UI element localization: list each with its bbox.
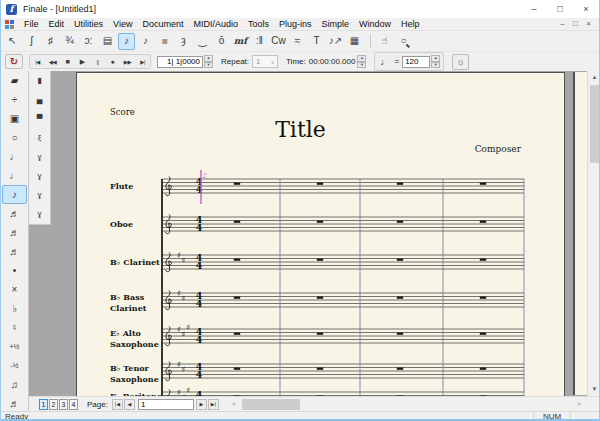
view-button-1[interactable]: 1 [39, 399, 48, 410]
tool-clef-tool[interactable]: ɔ: [80, 33, 97, 50]
palette-half-rest[interactable]: ▀ [29, 109, 50, 128]
menu-utilities[interactable]: Utilities [69, 18, 108, 30]
tool-hand-grabber-tool[interactable]: ☝ [376, 33, 393, 50]
view-button-3[interactable]: 3 [59, 399, 68, 410]
palette-half-step-down[interactable]: -½ [1, 356, 28, 375]
tool-staff-tool[interactable]: ʃ [23, 33, 40, 50]
menu-help[interactable]: Help [396, 18, 425, 30]
rewind-to-start-button[interactable]: |◀ [30, 55, 45, 68]
palette-natural[interactable]: ♮ [1, 318, 28, 337]
palette-quarter-rest[interactable]: ξ [29, 128, 50, 147]
tool-resize-tool[interactable]: ♪↗ [327, 33, 344, 50]
close-button[interactable]: × [573, 0, 599, 18]
quarter-note-icon[interactable]: ♩ [380, 57, 389, 67]
tool-articulation-tool[interactable]: ō [213, 33, 230, 50]
counter-spinner[interactable]: ▲▼ [204, 55, 213, 68]
scroll-left-arrow-icon[interactable]: < [228, 398, 240, 411]
palette-grace-note[interactable]: ♬ [1, 394, 28, 413]
first-page-button[interactable]: |◀ [112, 399, 123, 410]
horizontal-scroll-track[interactable] [240, 398, 573, 411]
fast-forward-button[interactable]: ▶▶ [120, 55, 135, 68]
palette-sixty-fourth-note[interactable]: ♬ [1, 242, 28, 261]
score-system[interactable]: 4444♯♯44♯♯44♯♯♯44♯♯44♯♯♯44♪ [77, 73, 564, 396]
child-restore-button[interactable]: □ [569, 18, 582, 30]
menu-file[interactable]: File [19, 18, 44, 30]
tool-hyperscribe-tool[interactable]: ǀǁǀ [156, 33, 173, 50]
scroll-down-arrow-icon[interactable]: ▼ [588, 383, 600, 396]
tempo-field[interactable] [402, 56, 430, 68]
tool-page-layout-tool[interactable]: ▦ [346, 33, 363, 50]
scroll-up-arrow-icon[interactable]: ▲ [588, 71, 600, 84]
palette-eraser-tool[interactable]: ▰ [1, 71, 28, 90]
palette-sixty-fourth-rest[interactable]: ɣ [29, 204, 50, 223]
palette-flat[interactable]: ♭ [1, 299, 28, 318]
palette-sixteenth-rest[interactable]: ɣ [29, 166, 50, 185]
palette-whole-rest[interactable]: ▄ [29, 90, 50, 109]
tool-repeat-tool[interactable]: :‖ [251, 33, 268, 50]
palette-half-note[interactable]: ♩ [1, 147, 28, 166]
pause-button[interactable]: || [90, 55, 105, 68]
tool-simple-entry-tool[interactable]: ♪ [118, 33, 135, 50]
tool-key-signature-tool[interactable]: ♯ [42, 33, 59, 50]
menu-document[interactable]: Document [137, 18, 188, 30]
view-button-2[interactable]: 2 [49, 399, 58, 410]
menu-tools[interactable]: Tools [243, 18, 274, 30]
tool-selection-tool[interactable]: ↖ [4, 33, 21, 50]
palette-insert-caret-tool[interactable]: ÷ [1, 90, 28, 109]
repeat-dropdown[interactable]: 1 ∨ [252, 55, 278, 68]
menu-plugins[interactable]: Plug-ins [274, 18, 317, 30]
maximize-button[interactable]: □ [547, 0, 573, 18]
measure-counter-field[interactable] [157, 56, 203, 68]
palette-half-step-up[interactable]: +½ [1, 337, 28, 356]
scroll-right-arrow-icon[interactable]: > [573, 398, 585, 411]
horizontal-scrollbar[interactable]: < > [228, 398, 585, 411]
palette-eighth-note[interactable]: ♪ [2, 185, 27, 204]
tool-smart-shape-tool[interactable]: ‿ [194, 33, 211, 50]
view-button-4[interactable]: 4 [69, 399, 78, 410]
previous-page-button[interactable]: ◀ [124, 399, 135, 410]
record-button[interactable]: ● [105, 55, 120, 68]
vertical-scrollbar[interactable]: ▲ ▼ [587, 71, 600, 396]
tool-expression-tool[interactable]: mf [232, 33, 249, 50]
playback-settings-button[interactable]: ↻ [5, 54, 23, 69]
palette-double-sharp[interactable]: × [1, 280, 28, 299]
horizontal-scroll-thumb[interactable] [242, 399, 300, 410]
palette-double-whole-note[interactable]: ▣ [1, 109, 28, 128]
palette-quarter-note[interactable]: ♩ [1, 166, 28, 185]
menu-window[interactable]: Window [354, 18, 396, 30]
menu-midiaudio[interactable]: MIDI/Audio [188, 18, 243, 30]
child-close-button[interactable]: × [582, 18, 595, 30]
forward-to-end-button[interactable]: ▶| [135, 55, 150, 68]
palette-tie[interactable]: ♫ [1, 375, 28, 394]
palette-double-whole-rest[interactable]: ▮ [29, 71, 50, 90]
child-minimize-button[interactable]: – [556, 18, 569, 30]
tool-chord-tool[interactable]: Cw [270, 33, 287, 50]
tool-zoom-tool[interactable]: ○ [395, 33, 412, 50]
menu-view[interactable]: View [108, 18, 137, 30]
stop-button[interactable]: ■ [60, 55, 75, 68]
last-page-button[interactable]: ▶| [208, 399, 219, 410]
tool-tuplet-tool[interactable]: ȝ [175, 33, 192, 50]
palette-sixteenth-note[interactable]: ♬ [1, 204, 28, 223]
next-page-button[interactable]: ▶ [196, 399, 207, 410]
tool-time-signature-tool[interactable]: ¾ [61, 33, 78, 50]
play-button[interactable]: ▶ [75, 55, 90, 68]
minimize-button[interactable]: – [521, 0, 547, 18]
playback-options-button[interactable]: ☼ [452, 54, 469, 70]
vertical-scroll-thumb[interactable] [590, 85, 600, 163]
tool-speedy-entry-tool[interactable]: ♪ [137, 33, 154, 50]
page-number-field[interactable] [138, 399, 194, 410]
tool-lyrics-tool[interactable]: ≈ [289, 33, 306, 50]
time-spinner[interactable]: ▲▼ [357, 55, 366, 68]
score-page-1[interactable]: Score Title Composer FluteOboeB♭ Clarine… [76, 72, 565, 396]
tempo-spinner[interactable]: ▲▼ [431, 55, 440, 68]
rewind-button[interactable]: ◀◀ [45, 55, 60, 68]
tool-text-tool[interactable]: T [308, 33, 325, 50]
tool-measure-tool[interactable]: ▤ [99, 33, 116, 50]
palette-augmentation-dot[interactable]: • [1, 261, 28, 280]
palette-whole-note[interactable]: ○ [1, 128, 28, 147]
palette-thirty-second-rest[interactable]: ɣ [29, 185, 50, 204]
palette-eighth-rest[interactable]: ɣ [29, 147, 50, 166]
menu-simple[interactable]: Simple [317, 18, 355, 30]
document-icon[interactable] [5, 20, 14, 29]
